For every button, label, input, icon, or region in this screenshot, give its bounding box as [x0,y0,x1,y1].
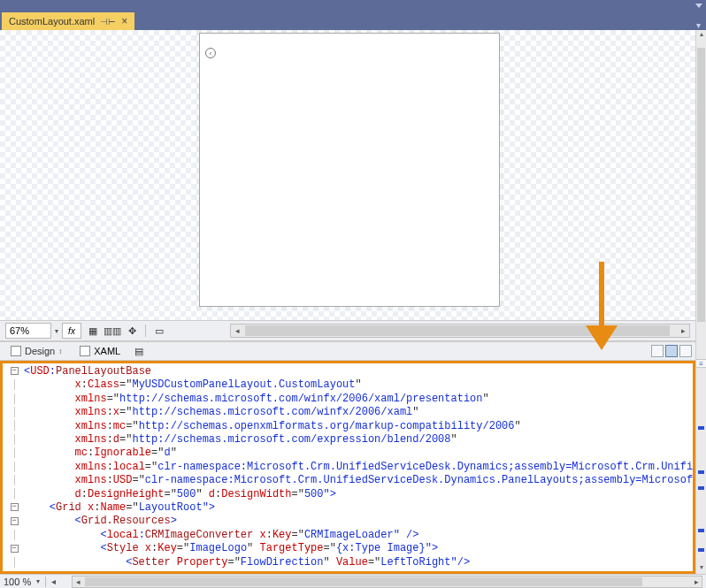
fold-gutter[interactable] [4,447,24,460]
separator [145,325,146,337]
fold-gutter[interactable] [4,378,24,392]
code-line[interactable]: mc:Ignorable="d" [4,447,693,460]
pin-icon[interactable]: ⊣⊢ [100,17,116,27]
code-content[interactable]: <Style x:Key="ImageLogo" TargetType="{x:… [24,542,693,555]
close-icon[interactable]: × [121,15,127,27]
scroll-right-icon[interactable]: ▸ [691,577,702,586]
fold-gutter[interactable] [4,393,24,406]
scroll-marker[interactable] [698,548,704,552]
design-surface[interactable]: ‹ [199,33,500,307]
fold-gutter[interactable]: − [4,365,24,378]
scroll-right-icon[interactable]: ▸ [677,326,689,335]
code-line[interactable]: <Setter Property="FlowDirection" Value="… [4,556,693,569]
fold-gutter[interactable] [4,529,24,542]
scroll-marker[interactable] [698,470,704,474]
scroll-thumb[interactable] [85,577,642,586]
code-content[interactable]: xmlns:mc="http://schemas.openxmlformats.… [24,420,693,433]
code-content[interactable]: <Setter Property="FlowDirection" Value="… [24,556,693,569]
chevron-down-icon[interactable]: ▾ [36,577,40,585]
nav-left-icon[interactable]: ◂ [51,577,56,586]
scroll-left-icon[interactable]: ◂ [231,326,243,335]
designer-pane[interactable]: ‹ ▾ fx ▦ ▥▥ ✥ ▭ ◂ ▸ [0,30,695,341]
split-mode-buttons [651,345,692,357]
split-vertical-icon[interactable] [651,345,664,357]
document-tab-bar: CustomLayout.xaml ⊣⊢ × ▾ [0,11,706,30]
zoom-combo[interactable] [5,323,51,339]
fold-gutter[interactable]: − [4,515,24,528]
scroll-marker[interactable] [698,486,704,490]
chevron-down-icon[interactable]: ▾ [55,327,58,335]
expand-marker-icon[interactable]: ‹ [205,48,216,58]
fold-gutter[interactable] [4,420,24,433]
scroll-thumb[interactable] [245,325,670,336]
status-bar: 100 % ▾ ◂ ◂ ▸ [0,574,706,588]
fold-gutter[interactable] [4,488,24,501]
code-line[interactable]: − <Grid x:Name="LayoutRoot"> [4,501,693,515]
scroll-up-icon[interactable]: ▴ [696,30,706,41]
grid-icon[interactable]: ▦ [85,323,101,339]
code-text[interactable]: −<USD:PanelLayoutBase x:Class="MyUSDCust… [3,363,693,571]
fold-gutter[interactable] [4,406,24,419]
view-selector-row: Design ↕ XAML ▤ [0,341,695,361]
code-line[interactable]: − <Style x:Key="ImageLogo" TargetType="{… [4,542,693,555]
split-horizontal-icon[interactable] [665,345,678,357]
code-content[interactable]: d:DesignHeight="500" d:DesignWidth="500"… [24,488,693,501]
scroll-marker[interactable] [698,426,704,430]
file-tab-label: CustomLayout.xaml [9,16,95,27]
chevron-up-down-icon[interactable]: ↕ [58,347,62,355]
code-line[interactable]: <local:CRMImageConverter x:Key="CRMImage… [4,529,693,542]
fit-icon[interactable]: ✥ [124,323,140,339]
xaml-view-tab[interactable]: XAML [73,344,127,358]
code-content[interactable]: mc:Ignorable="d" [24,447,693,460]
zoom-status-label: 100 % [4,577,31,587]
scroll-marker[interactable] [698,529,704,532]
scroll-left-icon[interactable]: ◂ [73,577,83,586]
code-content[interactable]: xmlns="http://schemas.microsoft.com/winf… [24,393,693,406]
fold-gutter[interactable]: − [4,542,24,555]
code-content[interactable]: <Grid.Resources> [24,515,693,528]
fold-gutter[interactable] [4,474,24,487]
editor-main: ‹ ▾ fx ▦ ▥▥ ✥ ▭ ◂ ▸ Design ↕ XAML [0,30,695,574]
tab-overflow-dropdown[interactable]: ▾ [696,20,701,30]
code-line[interactable]: d:DesignHeight="500" d:DesignWidth="500"… [4,488,693,501]
design-view-tab[interactable]: Design ↕ [4,344,69,358]
fold-gutter[interactable]: − [4,501,24,515]
code-line[interactable]: − <Grid.Resources> [4,515,693,528]
fold-gutter[interactable] [4,461,24,474]
snap-icon[interactable]: ▥▥ [104,323,120,339]
designer-horizontal-scrollbar[interactable]: ◂ ▸ [230,324,690,338]
code-line[interactable]: xmlns="http://schemas.microsoft.com/winf… [4,393,693,406]
code-line[interactable]: xmlns:USD="clr-namespace:Microsoft.Crm.U… [4,474,693,487]
code-line[interactable]: xmlns:d="http://schemas.microsoft.com/ex… [4,433,693,447]
design-view-label: Design [25,346,55,356]
code-content[interactable]: xmlns:USD="clr-namespace:Microsoft.Crm.U… [24,474,693,487]
scroll-down-icon[interactable]: ▾ [696,563,706,574]
separator [45,577,46,587]
fx-label[interactable]: fx [62,323,81,339]
code-line[interactable]: xmlns:mc="http://schemas.openxmlformats.… [4,420,693,433]
code-horizontal-scrollbar[interactable]: ◂ ▸ [72,576,702,588]
xaml-view-icon [80,346,90,356]
design-view-icon [11,346,21,356]
code-line[interactable]: x:Class="MyUSDCustomPanelLayout.CustomLa… [4,378,693,392]
code-content[interactable]: <USD:PanelLayoutBase [24,365,693,378]
toggle-icon[interactable]: ▭ [151,323,167,339]
code-line[interactable]: xmlns:local="clr-namespace:Microsoft.Crm… [4,461,693,474]
code-line[interactable]: −<USD:PanelLayoutBase [4,365,693,378]
code-content[interactable]: xmlns:local="clr-namespace:Microsoft.Crm… [24,461,693,474]
code-pane[interactable]: −<USD:PanelLayoutBase x:Class="MyUSDCust… [0,361,695,574]
doc-outline-icon[interactable]: ▤ [131,343,147,359]
fold-gutter[interactable] [4,556,24,569]
code-line[interactable]: xmlns:x="http://schemas.microsoft.com/wi… [4,406,693,419]
splitter-grip-icon[interactable]: ≡ [696,359,706,368]
code-content[interactable]: xmlns:d="http://schemas.microsoft.com/ex… [24,433,693,447]
split-collapse-icon[interactable] [679,345,692,357]
code-content[interactable]: x:Class="MyUSDCustomPanelLayout.CustomLa… [24,378,693,392]
code-content[interactable]: <Grid x:Name="LayoutRoot"> [24,501,693,515]
vertical-scrollbar[interactable]: ▴ ≡ ▾ [695,30,706,574]
fold-gutter[interactable] [4,433,24,447]
scroll-thumb[interactable] [697,48,705,322]
code-content[interactable]: <local:CRMImageConverter x:Key="CRMImage… [24,529,693,542]
code-content[interactable]: xmlns:x="http://schemas.microsoft.com/wi… [24,406,693,419]
file-tab[interactable]: CustomLayout.xaml ⊣⊢ × [2,12,134,30]
